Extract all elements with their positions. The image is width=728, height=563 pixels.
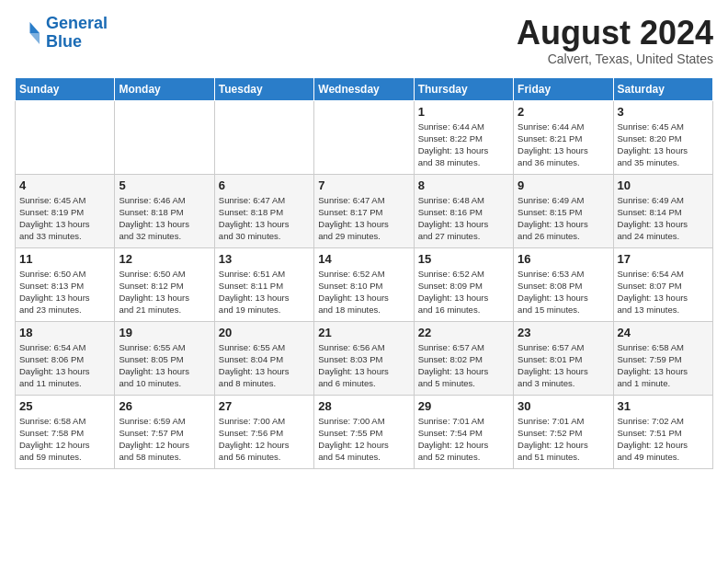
calendar-cell: 7Sunrise: 6:47 AM Sunset: 8:17 PM Daylig… [314,174,414,247]
calendar-cell: 12Sunrise: 6:50 AM Sunset: 8:12 PM Dayli… [115,247,214,321]
calendar-cell: 11Sunrise: 6:50 AM Sunset: 8:13 PM Dayli… [16,247,115,321]
day-number: 19 [119,326,210,339]
calendar-cell: 6Sunrise: 6:47 AM Sunset: 8:18 PM Daylig… [214,174,313,247]
calendar-cell: 29Sunrise: 7:01 AM Sunset: 7:54 PM Dayli… [414,395,513,468]
day-info: Sunrise: 6:49 AM Sunset: 8:15 PM Dayligh… [518,194,609,243]
logo-icon [15,19,42,47]
day-number: 18 [19,326,110,339]
day-number: 9 [518,178,609,192]
calendar-cell: 5Sunrise: 6:46 AM Sunset: 8:18 PM Daylig… [115,174,214,247]
calendar-cell: 3Sunrise: 6:45 AM Sunset: 8:20 PM Daylig… [613,100,712,174]
weekday-header-row: SundayMondayTuesdayWednesdayThursdayFrid… [16,77,713,100]
day-info: Sunrise: 6:44 AM Sunset: 8:21 PM Dayligh… [518,121,609,169]
calendar-cell: 30Sunrise: 7:01 AM Sunset: 7:52 PM Dayli… [514,395,613,468]
header: General Blue August 2024 Calvert, Texas,… [15,15,713,66]
day-number: 7 [318,178,409,192]
weekday-header-sunday: Sunday [16,77,115,100]
logo-line1: General [46,14,108,32]
calendar-cell: 15Sunrise: 6:52 AM Sunset: 8:09 PM Dayli… [414,247,513,321]
calendar-cell: 26Sunrise: 6:59 AM Sunset: 7:57 PM Dayli… [115,395,214,468]
day-info: Sunrise: 6:47 AM Sunset: 8:17 PM Dayligh… [318,194,409,243]
day-info: Sunrise: 6:50 AM Sunset: 8:12 PM Dayligh… [119,268,210,316]
weekday-header-wednesday: Wednesday [314,77,414,100]
day-info: Sunrise: 6:57 AM Sunset: 8:02 PM Dayligh… [418,341,509,390]
page: General Blue August 2024 Calvert, Texas,… [0,0,728,478]
calendar-cell: 18Sunrise: 6:54 AM Sunset: 8:06 PM Dayli… [16,321,115,395]
day-number: 23 [518,326,609,339]
logo-line2: Blue [46,32,82,51]
calendar-cell: 17Sunrise: 6:54 AM Sunset: 8:07 PM Dayli… [613,247,712,321]
calendar-cell: 14Sunrise: 6:52 AM Sunset: 8:10 PM Dayli… [314,247,414,321]
calendar-week-row: 25Sunrise: 6:58 AM Sunset: 7:58 PM Dayli… [16,395,713,468]
logo: General Blue [15,15,108,52]
day-info: Sunrise: 7:00 AM Sunset: 7:56 PM Dayligh… [219,415,310,464]
day-number: 21 [318,326,409,339]
day-info: Sunrise: 7:02 AM Sunset: 7:51 PM Dayligh… [618,415,709,464]
day-number: 16 [518,252,609,266]
calendar-cell [115,100,214,174]
day-number: 29 [418,399,509,413]
weekday-header-saturday: Saturday [613,77,712,100]
day-number: 10 [618,178,709,192]
calendar-cell: 22Sunrise: 6:57 AM Sunset: 8:02 PM Dayli… [414,321,513,395]
day-info: Sunrise: 6:49 AM Sunset: 8:14 PM Dayligh… [618,194,709,243]
day-info: Sunrise: 6:59 AM Sunset: 7:57 PM Dayligh… [119,415,210,464]
day-number: 14 [318,252,409,266]
day-info: Sunrise: 7:01 AM Sunset: 7:54 PM Dayligh… [418,415,509,464]
calendar-cell: 23Sunrise: 6:57 AM Sunset: 8:01 PM Dayli… [514,321,613,395]
day-info: Sunrise: 6:55 AM Sunset: 8:04 PM Dayligh… [219,341,310,390]
day-info: Sunrise: 6:45 AM Sunset: 8:20 PM Dayligh… [618,121,709,169]
calendar-cell: 25Sunrise: 6:58 AM Sunset: 7:58 PM Dayli… [16,395,115,468]
day-number: 20 [219,326,310,339]
calendar-cell: 8Sunrise: 6:48 AM Sunset: 8:16 PM Daylig… [414,174,513,247]
calendar-cell: 10Sunrise: 6:49 AM Sunset: 8:14 PM Dayli… [613,174,712,247]
month-title: August 2024 [517,15,713,52]
calendar-cell [16,100,115,174]
day-info: Sunrise: 6:52 AM Sunset: 8:10 PM Dayligh… [318,268,409,316]
day-info: Sunrise: 6:48 AM Sunset: 8:16 PM Dayligh… [418,194,509,243]
day-info: Sunrise: 6:52 AM Sunset: 8:09 PM Dayligh… [418,268,509,316]
day-number: 11 [19,252,110,266]
location-subtitle: Calvert, Texas, United States [517,52,713,66]
day-info: Sunrise: 6:55 AM Sunset: 8:05 PM Dayligh… [119,341,210,390]
day-number: 28 [318,399,409,413]
calendar-cell: 4Sunrise: 6:45 AM Sunset: 8:19 PM Daylig… [16,174,115,247]
day-info: Sunrise: 6:58 AM Sunset: 7:59 PM Dayligh… [618,341,709,390]
day-number: 15 [418,252,509,266]
logo-text: General Blue [46,15,108,52]
day-info: Sunrise: 6:54 AM Sunset: 8:07 PM Dayligh… [618,268,709,316]
svg-marker-1 [30,33,40,44]
day-number: 6 [219,178,310,192]
calendar-cell: 20Sunrise: 6:55 AM Sunset: 8:04 PM Dayli… [214,321,313,395]
day-number: 2 [518,105,609,119]
day-info: Sunrise: 6:50 AM Sunset: 8:13 PM Dayligh… [19,268,110,316]
day-number: 5 [119,178,210,192]
weekday-header-tuesday: Tuesday [214,77,313,100]
day-info: Sunrise: 7:01 AM Sunset: 7:52 PM Dayligh… [518,415,609,464]
weekday-header-monday: Monday [115,77,214,100]
calendar-cell [314,100,414,174]
calendar-cell: 16Sunrise: 6:53 AM Sunset: 8:08 PM Dayli… [514,247,613,321]
weekday-header-thursday: Thursday [414,77,513,100]
calendar-cell: 2Sunrise: 6:44 AM Sunset: 8:21 PM Daylig… [514,100,613,174]
day-info: Sunrise: 6:44 AM Sunset: 8:22 PM Dayligh… [418,121,509,169]
calendar-cell: 19Sunrise: 6:55 AM Sunset: 8:05 PM Dayli… [115,321,214,395]
calendar-cell: 13Sunrise: 6:51 AM Sunset: 8:11 PM Dayli… [214,247,313,321]
day-number: 31 [618,399,709,413]
svg-marker-0 [30,22,40,33]
day-number: 25 [19,399,110,413]
day-number: 17 [618,252,709,266]
day-info: Sunrise: 6:54 AM Sunset: 8:06 PM Dayligh… [19,341,110,390]
day-info: Sunrise: 7:00 AM Sunset: 7:55 PM Dayligh… [318,415,409,464]
day-number: 26 [119,399,210,413]
calendar-cell: 27Sunrise: 7:00 AM Sunset: 7:56 PM Dayli… [214,395,313,468]
day-info: Sunrise: 6:57 AM Sunset: 8:01 PM Dayligh… [518,341,609,390]
day-info: Sunrise: 6:56 AM Sunset: 8:03 PM Dayligh… [318,341,409,390]
day-number: 24 [618,326,709,339]
calendar-cell: 9Sunrise: 6:49 AM Sunset: 8:15 PM Daylig… [514,174,613,247]
day-info: Sunrise: 6:45 AM Sunset: 8:19 PM Dayligh… [19,194,110,243]
calendar-week-row: 18Sunrise: 6:54 AM Sunset: 8:06 PM Dayli… [16,321,713,395]
day-number: 22 [418,326,509,339]
day-number: 1 [418,105,509,119]
day-number: 27 [219,399,310,413]
